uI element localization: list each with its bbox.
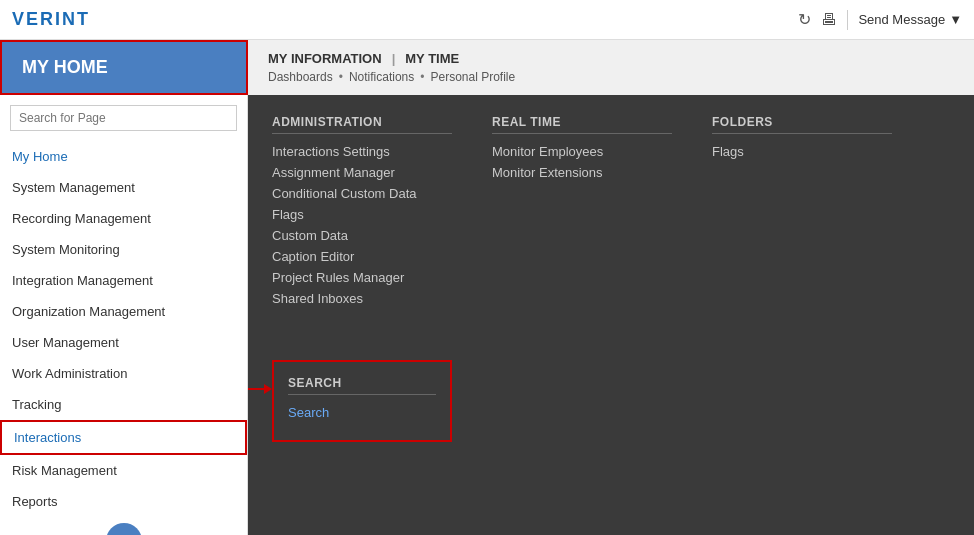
arrow-indicator bbox=[248, 384, 272, 394]
header-subtabs: Dashboards • Notifications • Personal Pr… bbox=[268, 70, 954, 84]
search-section-title: SEARCH bbox=[288, 376, 436, 395]
search-input[interactable] bbox=[10, 105, 237, 131]
logo: VERINT bbox=[12, 9, 90, 30]
link-flags[interactable]: Flags bbox=[712, 144, 892, 159]
search-section-wrapper: SEARCH Search bbox=[272, 336, 452, 442]
link-shared-inboxes[interactable]: Shared Inboxes bbox=[272, 291, 452, 306]
sidebar-item-my-home[interactable]: My Home bbox=[0, 141, 247, 172]
subtab-personal-profile[interactable]: Personal Profile bbox=[431, 70, 516, 84]
refresh-icon[interactable]: ↻ bbox=[798, 10, 811, 29]
search-bar-container bbox=[0, 95, 247, 141]
my-home-label: MY HOME bbox=[22, 57, 108, 78]
sidebar-item-system-monitoring[interactable]: System Monitoring bbox=[0, 234, 247, 265]
tab-my-information[interactable]: MY INFORMATION bbox=[268, 51, 382, 66]
sidebar-item-recording-management[interactable]: Recording Management bbox=[0, 203, 247, 234]
link-conditional-custom-data[interactable]: Conditional Custom Data bbox=[272, 186, 452, 201]
folders-title: FOLDERS bbox=[712, 115, 892, 134]
search-section: SEARCH Search bbox=[272, 360, 452, 442]
sidebar-item-user-management[interactable]: User Management bbox=[0, 327, 247, 358]
my-home-tab[interactable]: MY HOME bbox=[0, 40, 248, 95]
link-monitor-employees[interactable]: Monitor Employees bbox=[492, 144, 672, 159]
tab-my-time[interactable]: MY TIME bbox=[405, 51, 459, 66]
sidebar-item-work-administration[interactable]: Work Administration bbox=[0, 358, 247, 389]
send-message-button[interactable]: Send Message ▼ bbox=[858, 12, 962, 27]
divider bbox=[847, 10, 848, 30]
link-project-rules-manager[interactable]: Project Rules Manager bbox=[272, 270, 452, 285]
link-flags[interactable]: Flags bbox=[272, 207, 452, 222]
sidebar: My Home System Management Recording Mana… bbox=[0, 95, 248, 535]
top-right-controls: ↻ 🖶 Send Message ▼ bbox=[798, 10, 962, 30]
link-custom-data[interactable]: Custom Data bbox=[272, 228, 452, 243]
top-bar: VERINT ↻ 🖶 Send Message ▼ bbox=[0, 0, 974, 40]
print-icon[interactable]: 🖶 bbox=[821, 11, 837, 29]
sidebar-item-organization-management[interactable]: Organization Management bbox=[0, 296, 247, 327]
link-monitor-extensions[interactable]: Monitor Extensions bbox=[492, 165, 672, 180]
real-time-section: REAL TIME Monitor Employees Monitor Exte… bbox=[492, 115, 672, 312]
link-interactions-settings[interactable]: Interactions Settings bbox=[272, 144, 452, 159]
content-area: ADMINISTRATION Interactions Settings Ass… bbox=[248, 95, 974, 535]
administration-title: ADMINISTRATION bbox=[272, 115, 452, 134]
tab-separator: | bbox=[392, 51, 396, 66]
content-columns: ADMINISTRATION Interactions Settings Ass… bbox=[272, 115, 950, 312]
link-search[interactable]: Search bbox=[288, 405, 436, 420]
send-message-label: Send Message bbox=[858, 12, 945, 27]
header-nav: MY HOME MY INFORMATION | MY TIME Dashboa… bbox=[0, 40, 974, 95]
link-caption-editor[interactable]: Caption Editor bbox=[272, 249, 452, 264]
main-layout: My Home System Management Recording Mana… bbox=[0, 95, 974, 535]
sidebar-item-integration-management[interactable]: Integration Management bbox=[0, 265, 247, 296]
scroll-down-button[interactable]: ▲ bbox=[106, 523, 142, 535]
sidebar-item-system-management[interactable]: System Management bbox=[0, 172, 247, 203]
link-assignment-manager[interactable]: Assignment Manager bbox=[272, 165, 452, 180]
administration-section: ADMINISTRATION Interactions Settings Ass… bbox=[272, 115, 452, 312]
header-tabs: MY INFORMATION | MY TIME bbox=[268, 51, 954, 66]
subtab-dashboards[interactable]: Dashboards bbox=[268, 70, 333, 84]
subtab-notifications[interactable]: Notifications bbox=[349, 70, 414, 84]
real-time-title: REAL TIME bbox=[492, 115, 672, 134]
sidebar-item-interactions[interactable]: Interactions bbox=[0, 420, 247, 455]
folders-section: FOLDERS Flags bbox=[712, 115, 892, 312]
chevron-down-icon: ▼ bbox=[949, 12, 962, 27]
sidebar-item-reports[interactable]: Reports bbox=[0, 486, 247, 517]
sidebar-item-risk-management[interactable]: Risk Management bbox=[0, 455, 247, 486]
sidebar-items: My Home System Management Recording Mana… bbox=[0, 141, 247, 517]
header-right: MY INFORMATION | MY TIME Dashboards • No… bbox=[248, 40, 974, 95]
sidebar-item-tracking[interactable]: Tracking bbox=[0, 389, 247, 420]
